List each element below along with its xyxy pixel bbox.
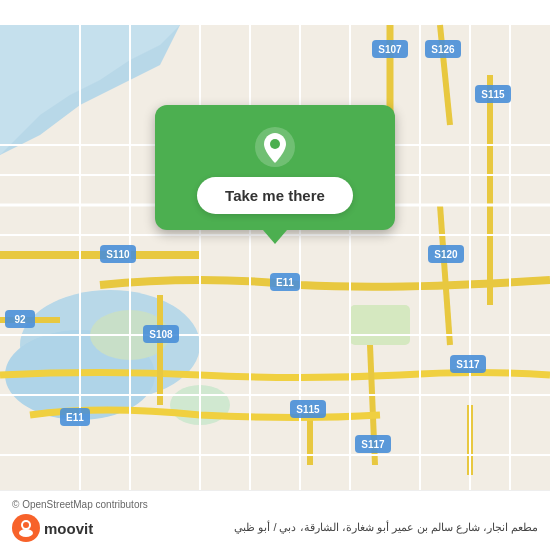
svg-text:E11: E11 <box>66 412 84 423</box>
svg-point-60 <box>270 139 280 149</box>
svg-text:S117: S117 <box>456 359 480 370</box>
svg-point-64 <box>23 522 29 528</box>
moovit-brand-text: moovit <box>44 520 93 537</box>
svg-text:S117: S117 <box>361 439 385 450</box>
take-me-there-button[interactable]: Take me there <box>197 177 353 214</box>
svg-point-62 <box>19 529 33 537</box>
map-container: S107 S126 S115 S110 E11 S120 S108 S117 S… <box>0 0 550 550</box>
svg-text:S108: S108 <box>149 329 173 340</box>
map-background: S107 S126 S115 S110 E11 S120 S108 S117 S… <box>0 0 550 550</box>
moovit-logo: moovit <box>12 514 93 542</box>
svg-text:S120: S120 <box>434 249 458 260</box>
location-address: مطعم انجار، شارع سالم بن عمير أبو شغارة،… <box>101 520 538 535</box>
copyright-text: © OpenStreetMap contributors <box>12 499 538 510</box>
svg-rect-7 <box>350 305 410 345</box>
moovit-icon <box>12 514 40 542</box>
svg-text:E11: E11 <box>276 277 294 288</box>
bottom-info: moovit مطعم انجار، شارع سالم بن عمير أبو… <box>12 514 538 542</box>
svg-text:S115: S115 <box>296 404 320 415</box>
svg-text:S115: S115 <box>481 89 505 100</box>
location-pin-icon <box>253 125 297 169</box>
svg-text:S107: S107 <box>378 44 402 55</box>
bottom-bar: © OpenStreetMap contributors moovit مطعم… <box>0 490 550 550</box>
popup-card: Take me there <box>155 105 395 230</box>
svg-text:S110: S110 <box>106 249 130 260</box>
svg-text:92: 92 <box>14 314 26 325</box>
svg-text:S126: S126 <box>431 44 455 55</box>
